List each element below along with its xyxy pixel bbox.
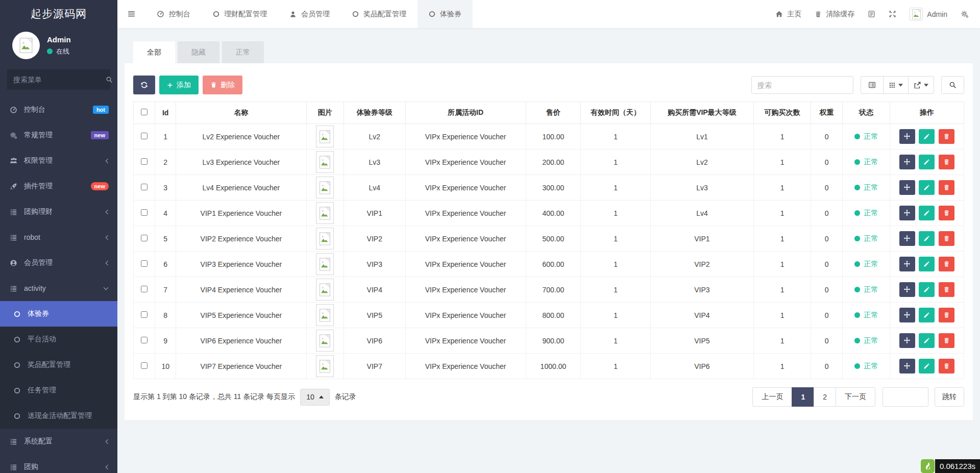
row-delete-button[interactable]: [939, 129, 954, 144]
column-header[interactable]: 所属活动ID: [405, 102, 526, 124]
docs-button[interactable]: [868, 10, 875, 18]
row-delete-button[interactable]: [939, 359, 954, 374]
prev-page-button[interactable]: 上一页: [752, 387, 792, 407]
row-checkbox[interactable]: [141, 260, 148, 267]
hamburger-icon[interactable]: [117, 0, 145, 28]
column-header[interactable]: 名称: [176, 102, 307, 124]
row-checkbox[interactable]: [141, 184, 148, 190]
clear-cache-button[interactable]: 清除缓存: [815, 10, 854, 19]
row-checkbox[interactable]: [141, 209, 148, 216]
sidebar-item--[interactable]: 权限管理: [0, 148, 117, 173]
drag-sort-button[interactable]: [899, 308, 915, 322]
sidebar-item--[interactable]: 系统配置: [0, 429, 117, 454]
filter-tab[interactable]: 正常: [222, 41, 264, 63]
column-header[interactable]: 售价: [526, 102, 580, 124]
edit-button[interactable]: [919, 231, 935, 246]
delete-button[interactable]: 删除: [203, 76, 242, 94]
row-checkbox[interactable]: [141, 158, 148, 165]
column-header[interactable]: 权重: [811, 102, 843, 124]
row-checkbox[interactable]: [141, 133, 148, 139]
column-header[interactable]: 可购买次数: [753, 102, 811, 124]
filter-tab[interactable]: 全部: [133, 41, 175, 63]
edit-button[interactable]: [919, 282, 935, 297]
drag-sort-button[interactable]: [899, 129, 915, 144]
page-button-2[interactable]: 2: [814, 387, 836, 407]
sidebar-item--[interactable]: 团购理财: [0, 199, 117, 225]
drag-sort-button[interactable]: [899, 257, 915, 271]
submenu-item[interactable]: 奖品配置管理: [0, 352, 117, 378]
advanced-search-button[interactable]: [941, 76, 964, 94]
drag-sort-button[interactable]: [899, 359, 915, 374]
row-checkbox[interactable]: [141, 286, 148, 292]
row-checkbox[interactable]: [141, 235, 148, 241]
row-checkbox[interactable]: [141, 362, 148, 369]
column-header[interactable]: 购买所需VIP最大等级: [650, 102, 753, 124]
sidebar-item--[interactable]: 常规管理new: [0, 122, 117, 148]
row-delete-button[interactable]: [939, 231, 954, 246]
column-header[interactable]: 状态: [843, 102, 890, 124]
edit-button[interactable]: [919, 155, 935, 169]
column-header[interactable]: 图片: [306, 102, 344, 124]
row-delete-button[interactable]: [939, 180, 954, 195]
column-header[interactable]: Id: [155, 102, 176, 124]
row-delete-button[interactable]: [939, 155, 954, 169]
fullscreen-button[interactable]: [889, 10, 896, 18]
topnav-tab[interactable]: 奖品配置管理: [341, 0, 418, 28]
sidebar-item--[interactable]: 插件管理new: [0, 173, 117, 199]
submenu-item[interactable]: 送现金活动配置管理: [0, 403, 117, 429]
row-delete-button[interactable]: [939, 206, 954, 220]
drag-sort-button[interactable]: [899, 180, 915, 195]
topnav-tab[interactable]: 体验券: [418, 0, 473, 28]
export-button[interactable]: [908, 76, 934, 94]
edit-button[interactable]: [919, 308, 935, 322]
home-button[interactable]: 主页: [775, 10, 801, 19]
edit-button[interactable]: [919, 257, 935, 271]
add-button[interactable]: 添加: [159, 76, 199, 94]
column-header[interactable]: 操作: [890, 102, 964, 124]
submenu-item[interactable]: 体验券: [0, 301, 117, 327]
topnav-tab[interactable]: 理财配置管理: [202, 0, 278, 28]
edit-button[interactable]: [919, 359, 935, 374]
edit-button[interactable]: [919, 180, 935, 195]
next-page-button[interactable]: 下一页: [836, 387, 875, 407]
edit-button[interactable]: [919, 333, 935, 348]
sidebar-item-robot[interactable]: robot: [0, 225, 117, 250]
topnav-tab[interactable]: 会员管理: [278, 0, 341, 28]
column-header[interactable]: 体验券等级: [344, 102, 406, 124]
drag-sort-button[interactable]: [899, 333, 915, 348]
row-delete-button[interactable]: [939, 333, 954, 348]
table-search-input[interactable]: [751, 76, 853, 94]
topnav-tab[interactable]: 控制台: [145, 0, 202, 28]
edit-button[interactable]: [919, 129, 935, 144]
admin-menu[interactable]: Admin: [910, 8, 947, 21]
page-size-select[interactable]: 10: [300, 389, 330, 406]
row-delete-button[interactable]: [939, 282, 954, 297]
column-header[interactable]: 有效时间（天）: [581, 102, 651, 124]
columns-button[interactable]: [883, 76, 909, 94]
submenu-item[interactable]: 平台活动: [0, 327, 117, 352]
row-delete-button[interactable]: [939, 308, 954, 322]
row-delete-button[interactable]: [939, 257, 954, 271]
page-button-1[interactable]: 1: [792, 387, 814, 407]
drag-sort-button[interactable]: [899, 231, 915, 246]
settings-button[interactable]: [961, 10, 969, 18]
refresh-button[interactable]: [133, 76, 155, 94]
row-checkbox[interactable]: [141, 311, 148, 318]
drag-sort-button[interactable]: [899, 282, 915, 297]
drag-sort-button[interactable]: [899, 206, 915, 220]
sidebar-item--[interactable]: 控制台hot: [0, 97, 117, 122]
avatar[interactable]: [12, 32, 40, 59]
filter-tab[interactable]: 隐藏: [178, 41, 219, 63]
sidebar-item--[interactable]: 团购: [0, 454, 117, 473]
page-jump-button[interactable]: 跳转: [935, 387, 964, 407]
submenu-item[interactable]: 任务管理: [0, 378, 117, 403]
row-checkbox[interactable]: [141, 337, 148, 343]
page-jump-input[interactable]: [883, 387, 928, 407]
sidebar-item-activity[interactable]: activity: [0, 276, 117, 301]
sidebar-search-input[interactable]: [13, 76, 106, 84]
select-all-checkbox[interactable]: [141, 109, 148, 115]
detail-view-button[interactable]: [861, 76, 884, 94]
drag-sort-button[interactable]: [899, 155, 915, 169]
edit-button[interactable]: [919, 206, 935, 220]
sidebar-item--[interactable]: 会员管理: [0, 250, 117, 276]
